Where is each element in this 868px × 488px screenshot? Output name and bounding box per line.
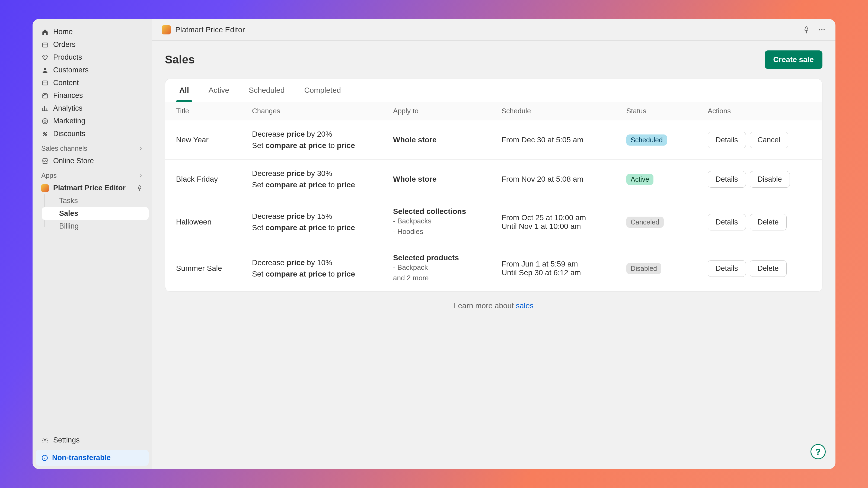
sidebar-item-home[interactable]: Home bbox=[36, 26, 149, 38]
details-button[interactable]: Details bbox=[708, 132, 746, 148]
sidebar-item-analytics[interactable]: Analytics bbox=[36, 102, 149, 115]
col-title: Title bbox=[176, 107, 252, 115]
col-actions: Actions bbox=[708, 107, 811, 115]
sidebar-item-customers[interactable]: Customers bbox=[36, 64, 149, 76]
tab-completed[interactable]: Completed bbox=[301, 79, 344, 102]
sidebar-item-online-store[interactable]: Online Store bbox=[36, 155, 149, 167]
svg-point-13 bbox=[822, 29, 823, 30]
tabs: All Active Scheduled Completed bbox=[165, 79, 822, 102]
tab-all[interactable]: All bbox=[176, 79, 192, 102]
page-header: Sales Create sale bbox=[165, 51, 823, 69]
cell-status: Disabled bbox=[626, 263, 708, 274]
col-status: Status bbox=[626, 107, 708, 115]
content-icon bbox=[41, 79, 49, 87]
online-store-label: Online Store bbox=[53, 157, 94, 165]
subnav-tasks[interactable]: Tasks bbox=[42, 194, 149, 207]
settings-label: Settings bbox=[53, 436, 80, 444]
cell-apply-to: Whole store bbox=[393, 175, 501, 184]
subnav-billing[interactable]: Billing bbox=[42, 220, 149, 233]
marketing-icon bbox=[41, 118, 49, 125]
table-header: Title Changes Apply to Schedule Status A… bbox=[165, 102, 822, 120]
discounts-icon bbox=[41, 130, 49, 138]
learn-more-link[interactable]: sales bbox=[516, 301, 533, 310]
home-icon bbox=[41, 28, 49, 36]
cell-schedule: From Nov 20 at 5:08 am bbox=[501, 175, 626, 184]
app-window: HomeOrdersProductsCustomersContentFinanc… bbox=[33, 19, 835, 469]
details-button[interactable]: Details bbox=[708, 214, 746, 230]
cell-actions: DetailsDelete bbox=[708, 214, 811, 230]
cell-apply-to: Selected collections - Backpacks- Hoodie… bbox=[393, 207, 501, 237]
learn-more: Learn more about sales bbox=[165, 292, 823, 320]
sales-card: All Active Scheduled Completed Title Cha… bbox=[165, 78, 823, 292]
apps-header[interactable]: Apps bbox=[36, 167, 149, 182]
chevron-right-icon bbox=[138, 173, 143, 178]
more-icon[interactable] bbox=[818, 26, 826, 34]
sidebar-item-orders[interactable]: Orders bbox=[36, 38, 149, 51]
cell-title: New Year bbox=[176, 135, 252, 144]
svg-rect-3 bbox=[42, 81, 48, 85]
platmart-app-icon bbox=[41, 184, 49, 192]
learn-more-text: Learn more about bbox=[454, 301, 516, 310]
chevron-right-icon bbox=[138, 146, 143, 151]
disable-button[interactable]: Disable bbox=[750, 171, 790, 188]
status-badge: Canceled bbox=[626, 217, 664, 228]
cell-status: Active bbox=[626, 174, 708, 185]
app-name-label: Platmart Price Editor bbox=[53, 184, 126, 192]
sidebar-item-marketing[interactable]: Marketing bbox=[36, 115, 149, 127]
pin-icon[interactable] bbox=[803, 26, 810, 34]
sidebar: HomeOrdersProductsCustomersContentFinanc… bbox=[33, 19, 152, 469]
sales-channels-header[interactable]: Sales channels bbox=[36, 140, 149, 155]
sidebar-item-products[interactable]: Products bbox=[36, 51, 149, 64]
orders-icon bbox=[41, 41, 49, 48]
finances-icon bbox=[41, 92, 49, 99]
table-row: Summer Sale Decrease price by 10% Set co… bbox=[165, 246, 822, 291]
details-button[interactable]: Details bbox=[708, 260, 746, 277]
sidebar-item-settings[interactable]: Settings bbox=[36, 434, 149, 447]
customers-label: Customers bbox=[53, 66, 89, 74]
analytics-label: Analytics bbox=[53, 104, 83, 112]
table-row: Black Friday Decrease price by 30% Set c… bbox=[165, 160, 822, 199]
apps-label: Apps bbox=[41, 172, 57, 180]
app-platmart-price-editor[interactable]: Platmart Price Editor bbox=[36, 182, 149, 194]
cell-changes: Decrease price by 20% Set compare at pri… bbox=[252, 129, 393, 151]
pin-icon[interactable] bbox=[137, 185, 143, 191]
svg-rect-0 bbox=[42, 43, 48, 47]
sidebar-item-finances[interactable]: Finances bbox=[36, 89, 149, 102]
svg-point-2 bbox=[44, 68, 46, 70]
help-button[interactable]: ? bbox=[810, 444, 826, 459]
cell-apply-to: Selected products - Backpackand 2 more bbox=[393, 254, 501, 283]
svg-point-1 bbox=[44, 56, 44, 57]
delete-button[interactable]: Delete bbox=[750, 214, 786, 230]
details-button[interactable]: Details bbox=[708, 171, 746, 188]
sidebar-item-content[interactable]: Content bbox=[36, 76, 149, 89]
gear-icon bbox=[41, 436, 49, 444]
cancel-button[interactable]: Cancel bbox=[750, 132, 788, 148]
cell-title: Summer Sale bbox=[176, 264, 252, 273]
cell-schedule: From Dec 30 at 5:05 am bbox=[501, 135, 626, 144]
topbar-title: Platmart Price Editor bbox=[175, 26, 245, 34]
products-icon bbox=[41, 54, 49, 61]
create-sale-button[interactable]: Create sale bbox=[765, 51, 823, 69]
svg-point-10 bbox=[44, 439, 46, 441]
col-schedule: Schedule bbox=[501, 107, 626, 115]
cell-title: Black Friday bbox=[176, 175, 252, 184]
cell-status: Canceled bbox=[626, 217, 708, 228]
discounts-label: Discounts bbox=[53, 130, 86, 138]
sidebar-item-discounts[interactable]: Discounts bbox=[36, 127, 149, 140]
svg-point-12 bbox=[819, 29, 820, 30]
cell-title: Halloween bbox=[176, 218, 252, 226]
content: Sales Create sale All Active Scheduled C… bbox=[152, 41, 835, 330]
home-label: Home bbox=[53, 28, 73, 36]
tab-active[interactable]: Active bbox=[205, 79, 232, 102]
platmart-app-icon bbox=[162, 25, 171, 34]
subnav-sales[interactable]: Sales bbox=[42, 207, 149, 220]
tab-scheduled[interactable]: Scheduled bbox=[246, 79, 288, 102]
svg-point-7 bbox=[44, 121, 45, 122]
app-subnav: Tasks Sales Billing bbox=[42, 194, 149, 233]
cell-changes: Decrease price by 10% Set compare at pri… bbox=[252, 257, 393, 280]
non-transferable-badge[interactable]: Non-transferable bbox=[36, 450, 149, 466]
cell-actions: DetailsCancel bbox=[708, 132, 811, 148]
delete-button[interactable]: Delete bbox=[750, 260, 786, 277]
col-changes: Changes bbox=[252, 107, 393, 115]
svg-rect-4 bbox=[43, 93, 47, 94]
